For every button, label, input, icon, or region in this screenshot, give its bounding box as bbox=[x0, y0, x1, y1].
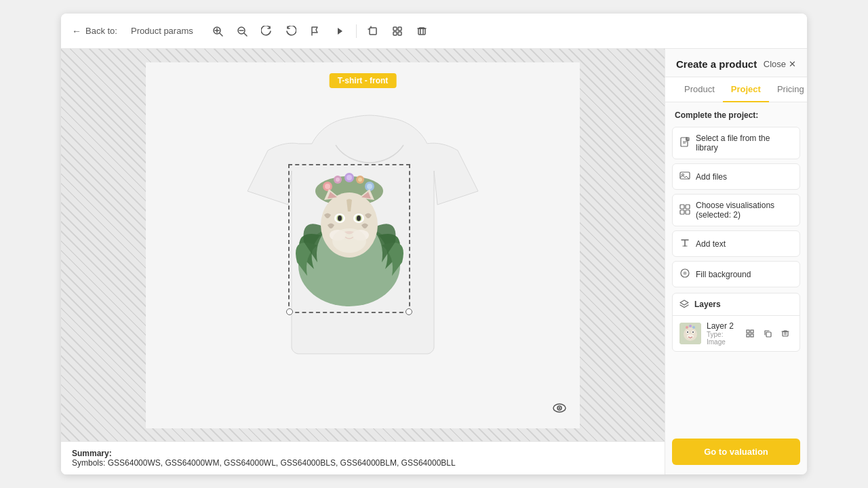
selection-handle-bottom-left[interactable] bbox=[286, 308, 293, 315]
resize-icon bbox=[392, 26, 403, 37]
play-button[interactable] bbox=[329, 20, 351, 42]
svg-rect-67 bbox=[766, 332, 771, 337]
svg-rect-12 bbox=[398, 27, 401, 30]
tab-project[interactable]: Project bbox=[723, 77, 769, 102]
canvas-area: T-shirt - front bbox=[61, 49, 665, 474]
canvas-inner[interactable]: T-shirt - front bbox=[146, 62, 580, 428]
right-panel: Create a product Close ✕ Product Project… bbox=[665, 49, 807, 474]
svg-rect-64 bbox=[751, 330, 753, 333]
canvas-background: T-shirt - front bbox=[61, 49, 665, 441]
layer-delete-button[interactable] bbox=[778, 326, 793, 341]
header: ← Back to: Product params bbox=[61, 14, 807, 49]
svg-point-62 bbox=[692, 326, 695, 329]
svg-marker-7 bbox=[338, 28, 342, 35]
undo-button[interactable] bbox=[280, 20, 302, 42]
svg-rect-68 bbox=[783, 331, 788, 336]
svg-rect-47 bbox=[680, 205, 684, 209]
text-icon bbox=[679, 237, 690, 248]
fill-bg-icon bbox=[679, 268, 690, 281]
panel-content: Complete the project: Select a file from… bbox=[665, 102, 807, 432]
layer-copy-icon bbox=[764, 329, 772, 338]
image-icon bbox=[679, 170, 690, 181]
svg-rect-14 bbox=[398, 32, 401, 35]
delete-button[interactable] bbox=[411, 20, 433, 42]
layers-header: Layers bbox=[673, 293, 800, 316]
svg-rect-49 bbox=[680, 210, 684, 214]
panel-header: Create a product Close ✕ bbox=[665, 49, 807, 77]
flag-icon bbox=[310, 26, 321, 37]
layer-copy-button[interactable] bbox=[760, 326, 775, 341]
svg-point-61 bbox=[689, 325, 692, 327]
layer-item: Layer 2 Type: Image bbox=[673, 316, 800, 351]
delete-icon bbox=[416, 26, 427, 37]
undo-icon bbox=[285, 26, 296, 37]
layer-select-icon bbox=[746, 329, 754, 338]
layer-select-button[interactable] bbox=[743, 326, 757, 341]
paint-bucket-icon bbox=[679, 268, 690, 279]
canvas-wrapper: T-shirt - front bbox=[61, 49, 665, 441]
main-container: ← Back to: Product params bbox=[61, 14, 807, 474]
tshirt-label: T-shirt - front bbox=[330, 73, 397, 88]
close-button[interactable]: Close ✕ bbox=[764, 59, 796, 69]
layer-actions bbox=[743, 326, 793, 341]
svg-point-60 bbox=[686, 326, 688, 329]
svg-point-58 bbox=[692, 331, 694, 333]
summary-title: Summary: bbox=[72, 449, 112, 458]
svg-rect-13 bbox=[393, 32, 397, 35]
crop-icon bbox=[368, 26, 378, 37]
eye-icon bbox=[552, 401, 567, 415]
back-target-label: Product params bbox=[131, 26, 193, 36]
add-text-label: Add text bbox=[696, 239, 726, 249]
layer-thumb-art bbox=[679, 323, 701, 344]
add-files-button[interactable]: Add files bbox=[672, 163, 800, 190]
flag-button[interactable] bbox=[304, 20, 326, 42]
layer-name: Layer 2 bbox=[707, 321, 737, 331]
close-label: Close bbox=[764, 59, 786, 69]
choose-vis-icon bbox=[679, 204, 690, 217]
zoom-in-icon bbox=[212, 26, 223, 37]
valuation-button[interactable]: Go to valuation bbox=[672, 439, 800, 465]
close-icon: ✕ bbox=[789, 59, 796, 69]
svg-point-52 bbox=[684, 272, 687, 275]
select-file-button[interactable]: Select a file from the library bbox=[672, 127, 800, 159]
svg-rect-65 bbox=[747, 334, 749, 337]
back-button[interactable]: ← Back to: Product params bbox=[72, 26, 193, 37]
refresh-button[interactable] bbox=[256, 20, 277, 42]
tab-product[interactable]: Product bbox=[676, 77, 723, 102]
tshirt-container bbox=[234, 103, 492, 388]
choose-visualisations-button[interactable]: Choose visualisations (selected: 2) bbox=[672, 194, 800, 226]
layers-icon bbox=[679, 300, 689, 309]
zoom-out-icon bbox=[237, 26, 248, 37]
svg-rect-63 bbox=[747, 330, 749, 333]
svg-rect-8 bbox=[370, 28, 376, 35]
tab-pricing[interactable]: Pricing bbox=[769, 77, 807, 102]
grid-icon bbox=[679, 204, 690, 215]
add-text-icon bbox=[679, 237, 690, 250]
eye-icon-button[interactable] bbox=[550, 399, 569, 418]
layer-thumbnail bbox=[679, 323, 701, 344]
panel-title: Create a product bbox=[676, 58, 757, 70]
selection-handle-bottom-right[interactable] bbox=[406, 308, 412, 315]
selection-box[interactable] bbox=[288, 164, 410, 313]
back-arrow-icon: ← bbox=[72, 26, 81, 37]
toolbar bbox=[207, 20, 433, 42]
symbols-value: GSS64000WS, GSS64000WM, GSS64000WL, GSS6… bbox=[108, 458, 456, 468]
zoom-out-button[interactable] bbox=[231, 20, 253, 42]
svg-rect-11 bbox=[393, 27, 397, 30]
fill-background-button[interactable]: Fill background bbox=[672, 261, 800, 287]
crop-button[interactable] bbox=[362, 20, 384, 42]
summary-footer: Summary: Symbols: GSS64000WS, GSS64000WM… bbox=[61, 441, 665, 474]
body: T-shirt - front bbox=[61, 49, 807, 474]
layers-title: Layers bbox=[694, 300, 721, 309]
svg-rect-15 bbox=[418, 28, 425, 35]
play-icon bbox=[334, 26, 345, 37]
svg-rect-48 bbox=[686, 205, 690, 209]
refresh-icon bbox=[261, 26, 272, 37]
add-text-button[interactable]: Add text bbox=[672, 230, 800, 257]
layers-section: Layers bbox=[672, 293, 800, 352]
toolbar-divider bbox=[356, 24, 357, 38]
resize-button[interactable] bbox=[387, 20, 408, 42]
svg-rect-50 bbox=[686, 210, 690, 214]
zoom-in-button[interactable] bbox=[207, 20, 229, 42]
panel-tabs: Product Project Pricing bbox=[665, 77, 807, 102]
